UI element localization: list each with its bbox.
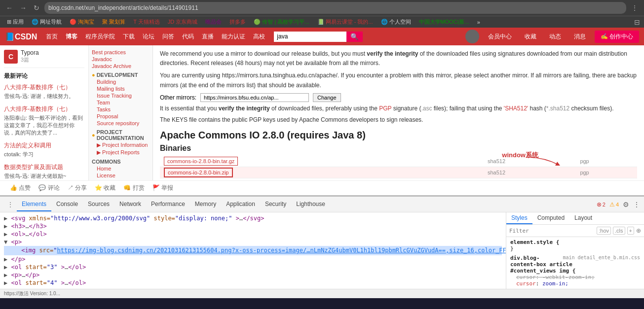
- sidebar-issues[interactable]: Issue Tracking: [97, 93, 150, 99]
- nav-code[interactable]: 代码: [178, 33, 198, 41]
- comment-button[interactable]: 💬 评论: [38, 184, 59, 192]
- add-style-btn[interactable]: +: [627, 227, 634, 235]
- tree-line-ol2[interactable]: ▶ <ol start="3" >…</ol>: [4, 263, 502, 271]
- tab-sources[interactable]: Sources: [83, 198, 114, 211]
- comment-post-title-4[interactable]: 数据类型扩展及面试题: [4, 163, 84, 172]
- bookmark-mooc[interactable]: 中国大学MOOC(慕...: [416, 17, 472, 27]
- forward-button[interactable]: →: [18, 3, 29, 13]
- sidebar-proj-info[interactable]: ▶ Project Information: [97, 142, 150, 148]
- nav-blog[interactable]: 博客: [62, 33, 81, 41]
- mirror-input[interactable]: [200, 93, 309, 102]
- hover-filter-btn[interactable]: :hov: [597, 227, 611, 235]
- tab-security[interactable]: Security: [260, 198, 291, 211]
- reader-mode-icon[interactable]: ⊟: [634, 18, 640, 26]
- bookmark-juhua[interactable]: 聚 聚划算: [99, 17, 128, 27]
- download-link-tar[interactable]: commons-io-2.8.0-bin.tar.gz: [164, 157, 238, 166]
- nav-live[interactable]: 直播: [198, 33, 218, 41]
- rule-source[interactable]: main detail_ente_b.min.css: [563, 255, 640, 260]
- tree-line-img[interactable]: <img src="https://img-blog.csdnimg.cn/20…: [4, 246, 502, 255]
- collect-button[interactable]: ⭐ 收藏: [95, 184, 115, 192]
- sidebar-best-practices[interactable]: Best practices: [92, 49, 150, 55]
- tree-line-p-close[interactable]: ▶ </p>: [4, 255, 502, 263]
- nav-academy[interactable]: 程序员学院: [81, 33, 119, 41]
- user-avatar[interactable]: [465, 30, 479, 43]
- tab-elements[interactable]: Elements: [17, 198, 51, 211]
- sidebar-team[interactable]: Team: [97, 100, 150, 105]
- devtools-tree[interactable]: ▶ <svg xmlns="http://www.w3.org/2000/svg…: [0, 212, 506, 289]
- change-mirror-button[interactable]: Change: [313, 93, 341, 102]
- nav-forum[interactable]: 论坛: [139, 33, 158, 41]
- comment-body-1: 雪候鸟-迅: 谢谢，继续努力。: [4, 93, 84, 100]
- comment-post-title-1[interactable]: 八大排序-基数排序（七）: [4, 83, 84, 92]
- tab-network[interactable]: Network: [114, 198, 146, 211]
- download-link-zip[interactable]: commons-io-2.8.0-bin.zip: [164, 168, 233, 177]
- sidebar-building[interactable]: Building: [97, 79, 150, 85]
- tab-computed[interactable]: Computed: [532, 212, 569, 224]
- pgp-value-2[interactable]: pgp: [576, 167, 637, 178]
- tree-line-ol3[interactable]: ▶ <ol start="4" >…</ol>: [4, 279, 502, 287]
- bookmark-tianmao[interactable]: T 天猫精选: [130, 17, 163, 27]
- nav-collect[interactable]: 收藏: [521, 33, 540, 41]
- tab-layout[interactable]: Layout: [569, 212, 597, 224]
- bookmark-taobao[interactable]: 🔴 淘淘宝: [67, 17, 97, 27]
- nav-download[interactable]: 下载: [119, 33, 139, 41]
- bookmark-pinduoduo[interactable]: 拼多多: [227, 17, 249, 27]
- tree-line-svg[interactable]: ▶ <svg xmlns="http://www.w3.org/2000/svg…: [4, 214, 502, 222]
- comment-post-title-3[interactable]: 方法的定义和调用: [4, 141, 84, 150]
- sidebar-javadoc-archive[interactable]: Javadoc Archive: [92, 63, 150, 69]
- reward-button[interactable]: 👊 打赏: [123, 184, 144, 192]
- tab-console[interactable]: Console: [51, 198, 83, 211]
- bookmark-personal[interactable]: 🌐 个人空间: [378, 17, 414, 27]
- sidebar-home[interactable]: Home: [97, 166, 150, 172]
- tree-line-p2[interactable]: ▶ <p>…</p>: [4, 271, 502, 279]
- keys-text: The KEYS file contains the public PGP ke…: [160, 115, 637, 125]
- sidebar-tasks[interactable]: Tasks: [97, 106, 150, 112]
- nav-university[interactable]: 高校: [249, 33, 269, 41]
- tab-application[interactable]: Application: [221, 198, 260, 211]
- bookmark-chuanzhi[interactable]: 🟢 传智 | 高校学习平...: [251, 17, 312, 27]
- devtools-more-icon[interactable]: ⋮: [633, 201, 640, 208]
- pgp-value-1[interactable]: pgp: [576, 156, 637, 167]
- share-button[interactable]: ↗ 分享: [68, 184, 87, 192]
- styles-filter-input[interactable]: [509, 228, 595, 234]
- search-button[interactable]: 🔍: [346, 32, 363, 42]
- sidebar-proposal[interactable]: Proposal: [97, 113, 150, 119]
- bookmark-jd[interactable]: JD 京东商城: [165, 17, 201, 27]
- bookmark-more[interactable]: »: [474, 18, 483, 26]
- nav-home[interactable]: 首页: [42, 33, 62, 41]
- back-button[interactable]: ←: [4, 3, 15, 13]
- extensions-button[interactable]: ⋮: [629, 3, 640, 13]
- bottom-status-bar: https://激活 Version: 1.0...: [0, 289, 644, 298]
- nav-vip[interactable]: 会员中心: [484, 33, 516, 41]
- add-rule-icon[interactable]: ⊕: [636, 227, 641, 234]
- sidebar-javadoc[interactable]: Javadoc: [92, 56, 150, 62]
- comment-post-title-2[interactable]: 八大排序-基数排序（七）: [4, 105, 84, 113]
- tab-lighthouse[interactable]: Lighthouse: [291, 198, 330, 211]
- bookmark-wangyi[interactable]: 📗 网易云课堂 - 我的...: [314, 17, 376, 27]
- sidebar-mailing[interactable]: Mailing lists: [97, 86, 150, 92]
- refresh-button[interactable]: ↻: [32, 3, 41, 13]
- tree-line-p-open[interactable]: ▼ <p>: [4, 238, 502, 246]
- report-button[interactable]: 🚩 举报: [152, 184, 173, 192]
- like-button[interactable]: 👍 点赞: [10, 184, 31, 192]
- tab-performance[interactable]: Performance: [146, 198, 190, 211]
- sidebar-license[interactable]: License: [97, 172, 150, 178]
- bookmark-nav[interactable]: 🌐 网址导航: [29, 17, 65, 27]
- nav-qa[interactable]: 问答: [158, 33, 178, 41]
- sidebar-source[interactable]: Source repository: [97, 120, 150, 126]
- tab-memory[interactable]: Memory: [190, 198, 221, 211]
- bookmark-apps[interactable]: ⊞ 应用: [4, 17, 27, 27]
- nav-message[interactable]: 消息: [570, 33, 590, 41]
- settings-icon[interactable]: ⚙: [623, 201, 629, 208]
- sidebar-proj-reports[interactable]: ▶ Project Reports: [97, 149, 150, 156]
- tree-line-ol[interactable]: ▶ <ol>…</ol>: [4, 230, 502, 238]
- create-button[interactable]: ✍ 创作中心: [595, 31, 639, 43]
- nav-certification[interactable]: 能力认证: [218, 33, 249, 41]
- bookmark-vip[interactable]: 唯品会: [202, 17, 225, 27]
- tab-styles[interactable]: Styles: [506, 212, 532, 224]
- search-input[interactable]: [274, 32, 346, 42]
- nav-dynamic[interactable]: 动态: [545, 33, 565, 41]
- class-filter-btn[interactable]: .cls: [613, 227, 625, 235]
- tree-line-h3[interactable]: ▶ <h3>…</h3>: [4, 222, 502, 230]
- address-input[interactable]: [44, 2, 626, 14]
